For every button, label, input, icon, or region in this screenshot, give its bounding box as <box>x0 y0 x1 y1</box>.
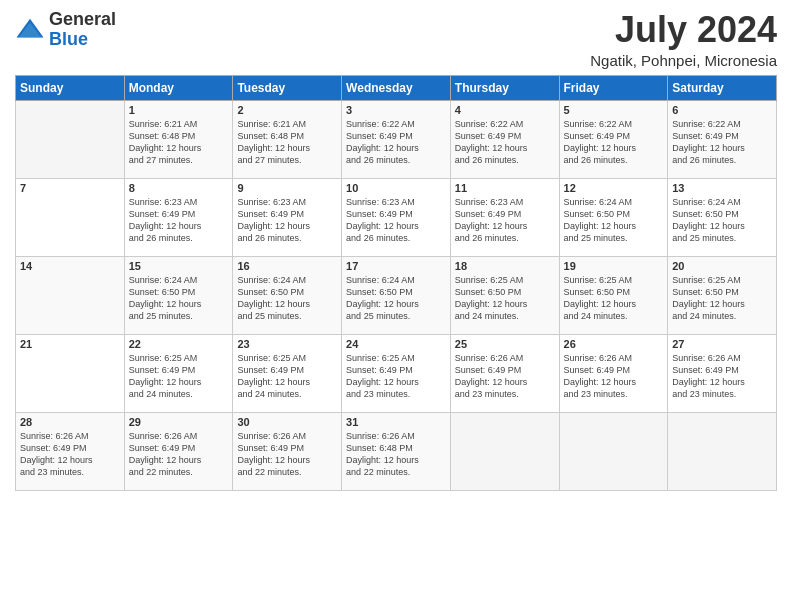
day-info: Sunrise: 6:23 AMSunset: 6:49 PMDaylight:… <box>346 196 446 245</box>
calendar-cell: 31Sunrise: 6:26 AMSunset: 6:48 PMDayligh… <box>342 412 451 490</box>
day-number: 30 <box>237 416 337 428</box>
day-number: 1 <box>129 104 229 116</box>
day-info: Sunrise: 6:22 AMSunset: 6:49 PMDaylight:… <box>672 118 772 167</box>
day-number: 20 <box>672 260 772 272</box>
day-number: 2 <box>237 104 337 116</box>
day-header: Sunday <box>16 75 125 100</box>
day-number: 5 <box>564 104 664 116</box>
day-info: Sunrise: 6:25 AMSunset: 6:50 PMDaylight:… <box>564 274 664 323</box>
day-info: Sunrise: 6:26 AMSunset: 6:49 PMDaylight:… <box>455 352 555 401</box>
calendar-table: SundayMondayTuesdayWednesdayThursdayFrid… <box>15 75 777 491</box>
day-info: Sunrise: 6:22 AMSunset: 6:49 PMDaylight:… <box>564 118 664 167</box>
day-number: 3 <box>346 104 446 116</box>
day-number: 9 <box>237 182 337 194</box>
calendar-cell: 27Sunrise: 6:26 AMSunset: 6:49 PMDayligh… <box>668 334 777 412</box>
day-info: Sunrise: 6:26 AMSunset: 6:49 PMDaylight:… <box>672 352 772 401</box>
logo: General Blue <box>15 10 116 50</box>
calendar-header-row: SundayMondayTuesdayWednesdayThursdayFrid… <box>16 75 777 100</box>
calendar-cell: 28Sunrise: 6:26 AMSunset: 6:49 PMDayligh… <box>16 412 125 490</box>
day-number: 19 <box>564 260 664 272</box>
day-info: Sunrise: 6:25 AMSunset: 6:49 PMDaylight:… <box>237 352 337 401</box>
day-number: 26 <box>564 338 664 350</box>
calendar-cell: 12Sunrise: 6:24 AMSunset: 6:50 PMDayligh… <box>559 178 668 256</box>
day-info: Sunrise: 6:24 AMSunset: 6:50 PMDaylight:… <box>564 196 664 245</box>
calendar-cell: 15Sunrise: 6:24 AMSunset: 6:50 PMDayligh… <box>124 256 233 334</box>
day-info: Sunrise: 6:23 AMSunset: 6:49 PMDaylight:… <box>237 196 337 245</box>
day-header: Tuesday <box>233 75 342 100</box>
calendar-cell: 1Sunrise: 6:21 AMSunset: 6:48 PMDaylight… <box>124 100 233 178</box>
calendar-cell: 19Sunrise: 6:25 AMSunset: 6:50 PMDayligh… <box>559 256 668 334</box>
day-info: Sunrise: 6:26 AMSunset: 6:49 PMDaylight:… <box>237 430 337 479</box>
day-info: Sunrise: 6:24 AMSunset: 6:50 PMDaylight:… <box>346 274 446 323</box>
location: Ngatik, Pohnpei, Micronesia <box>590 52 777 69</box>
calendar-cell: 8Sunrise: 6:23 AMSunset: 6:49 PMDaylight… <box>124 178 233 256</box>
day-number: 13 <box>672 182 772 194</box>
calendar-cell: 14 <box>16 256 125 334</box>
calendar-cell: 20Sunrise: 6:25 AMSunset: 6:50 PMDayligh… <box>668 256 777 334</box>
calendar-cell: 4Sunrise: 6:22 AMSunset: 6:49 PMDaylight… <box>450 100 559 178</box>
day-number: 23 <box>237 338 337 350</box>
calendar-cell: 2Sunrise: 6:21 AMSunset: 6:48 PMDaylight… <box>233 100 342 178</box>
calendar-cell: 30Sunrise: 6:26 AMSunset: 6:49 PMDayligh… <box>233 412 342 490</box>
logo-text: General Blue <box>49 10 116 50</box>
logo-icon <box>15 15 45 45</box>
calendar-cell: 24Sunrise: 6:25 AMSunset: 6:49 PMDayligh… <box>342 334 451 412</box>
day-number: 28 <box>20 416 120 428</box>
calendar-cell: 26Sunrise: 6:26 AMSunset: 6:49 PMDayligh… <box>559 334 668 412</box>
calendar-cell <box>16 100 125 178</box>
day-info: Sunrise: 6:26 AMSunset: 6:48 PMDaylight:… <box>346 430 446 479</box>
month-year: July 2024 <box>590 10 777 50</box>
day-number: 12 <box>564 182 664 194</box>
day-info: Sunrise: 6:22 AMSunset: 6:49 PMDaylight:… <box>455 118 555 167</box>
day-number: 24 <box>346 338 446 350</box>
day-info: Sunrise: 6:22 AMSunset: 6:49 PMDaylight:… <box>346 118 446 167</box>
day-info: Sunrise: 6:24 AMSunset: 6:50 PMDaylight:… <box>237 274 337 323</box>
day-number: 25 <box>455 338 555 350</box>
calendar-cell <box>450 412 559 490</box>
day-number: 15 <box>129 260 229 272</box>
calendar-cell <box>559 412 668 490</box>
calendar-cell: 9Sunrise: 6:23 AMSunset: 6:49 PMDaylight… <box>233 178 342 256</box>
day-info: Sunrise: 6:21 AMSunset: 6:48 PMDaylight:… <box>237 118 337 167</box>
day-number: 10 <box>346 182 446 194</box>
day-number: 6 <box>672 104 772 116</box>
day-number: 16 <box>237 260 337 272</box>
calendar-cell: 16Sunrise: 6:24 AMSunset: 6:50 PMDayligh… <box>233 256 342 334</box>
day-info: Sunrise: 6:23 AMSunset: 6:49 PMDaylight:… <box>455 196 555 245</box>
calendar-cell: 18Sunrise: 6:25 AMSunset: 6:50 PMDayligh… <box>450 256 559 334</box>
day-info: Sunrise: 6:26 AMSunset: 6:49 PMDaylight:… <box>20 430 120 479</box>
day-info: Sunrise: 6:25 AMSunset: 6:49 PMDaylight:… <box>129 352 229 401</box>
day-number: 29 <box>129 416 229 428</box>
day-number: 18 <box>455 260 555 272</box>
calendar-week-row: 1Sunrise: 6:21 AMSunset: 6:48 PMDaylight… <box>16 100 777 178</box>
day-number: 21 <box>20 338 120 350</box>
day-number: 27 <box>672 338 772 350</box>
page-container: General Blue July 2024 Ngatik, Pohnpei, … <box>0 0 792 501</box>
calendar-cell: 25Sunrise: 6:26 AMSunset: 6:49 PMDayligh… <box>450 334 559 412</box>
day-number: 31 <box>346 416 446 428</box>
day-info: Sunrise: 6:24 AMSunset: 6:50 PMDaylight:… <box>672 196 772 245</box>
day-info: Sunrise: 6:23 AMSunset: 6:49 PMDaylight:… <box>129 196 229 245</box>
day-info: Sunrise: 6:26 AMSunset: 6:49 PMDaylight:… <box>129 430 229 479</box>
day-header: Thursday <box>450 75 559 100</box>
day-number: 7 <box>20 182 120 194</box>
calendar-cell: 21 <box>16 334 125 412</box>
calendar-cell: 7 <box>16 178 125 256</box>
calendar-cell: 29Sunrise: 6:26 AMSunset: 6:49 PMDayligh… <box>124 412 233 490</box>
day-header: Saturday <box>668 75 777 100</box>
calendar-cell: 17Sunrise: 6:24 AMSunset: 6:50 PMDayligh… <box>342 256 451 334</box>
calendar-cell: 11Sunrise: 6:23 AMSunset: 6:49 PMDayligh… <box>450 178 559 256</box>
day-info: Sunrise: 6:24 AMSunset: 6:50 PMDaylight:… <box>129 274 229 323</box>
calendar-week-row: 28Sunrise: 6:26 AMSunset: 6:49 PMDayligh… <box>16 412 777 490</box>
calendar-cell: 10Sunrise: 6:23 AMSunset: 6:49 PMDayligh… <box>342 178 451 256</box>
calendar-week-row: 1415Sunrise: 6:24 AMSunset: 6:50 PMDayli… <box>16 256 777 334</box>
day-number: 11 <box>455 182 555 194</box>
calendar-cell <box>668 412 777 490</box>
calendar-cell: 6Sunrise: 6:22 AMSunset: 6:49 PMDaylight… <box>668 100 777 178</box>
day-header: Friday <box>559 75 668 100</box>
day-info: Sunrise: 6:25 AMSunset: 6:50 PMDaylight:… <box>672 274 772 323</box>
day-info: Sunrise: 6:25 AMSunset: 6:50 PMDaylight:… <box>455 274 555 323</box>
calendar-cell: 22Sunrise: 6:25 AMSunset: 6:49 PMDayligh… <box>124 334 233 412</box>
day-info: Sunrise: 6:26 AMSunset: 6:49 PMDaylight:… <box>564 352 664 401</box>
calendar-cell: 13Sunrise: 6:24 AMSunset: 6:50 PMDayligh… <box>668 178 777 256</box>
